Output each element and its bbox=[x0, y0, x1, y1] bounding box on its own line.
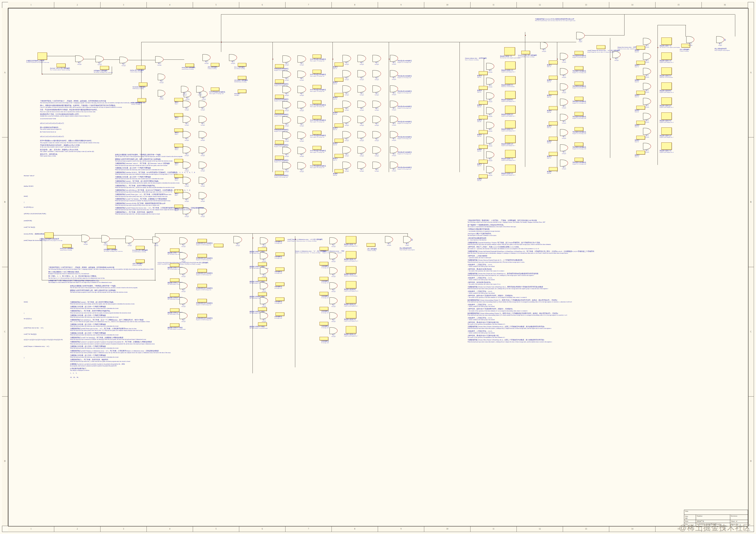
component-box[interactable] bbox=[198, 314, 207, 318]
component-box[interactable] bbox=[346, 281, 356, 288]
and-gate[interactable]: 与门And gate bbox=[486, 151, 494, 158]
wire[interactable] bbox=[686, 25, 686, 37]
and-gate[interactable]: 与门And gate bbox=[486, 107, 494, 114]
component-box[interactable] bbox=[661, 38, 672, 45]
component-box[interactable] bbox=[366, 243, 375, 247]
and-gate[interactable]: 与门And gate bbox=[390, 86, 398, 92]
and-gate[interactable]: 与门And gate bbox=[486, 92, 494, 99]
component-box[interactable] bbox=[258, 322, 267, 326]
component-box[interactable] bbox=[275, 64, 284, 68]
component-box[interactable] bbox=[549, 91, 557, 95]
and-gate[interactable]: 与门And gate bbox=[120, 57, 128, 63]
and-gate[interactable]: 与门And gate bbox=[643, 113, 651, 120]
wire[interactable] bbox=[163, 60, 184, 60]
and-gate[interactable]: 与门And gate bbox=[298, 132, 306, 139]
or-gate[interactable]: 或门norgate bbox=[576, 32, 585, 39]
wire[interactable] bbox=[83, 59, 95, 59]
component-box[interactable] bbox=[100, 66, 109, 70]
and-gate[interactable]: 与门And gate bbox=[101, 235, 110, 242]
and-gate[interactable]: 与门And gate bbox=[358, 162, 366, 169]
component-box[interactable] bbox=[636, 136, 645, 140]
component-box[interactable] bbox=[346, 296, 356, 303]
component-box[interactable] bbox=[275, 95, 284, 98]
component-box[interactable] bbox=[238, 76, 246, 80]
component-box[interactable] bbox=[139, 83, 147, 86]
wire[interactable] bbox=[333, 42, 333, 172]
component-box[interactable] bbox=[44, 232, 53, 238]
component-box[interactable] bbox=[276, 297, 284, 301]
component-box[interactable] bbox=[575, 66, 583, 70]
component-box[interactable] bbox=[661, 97, 672, 105]
component-box[interactable] bbox=[335, 139, 343, 142]
and-gate[interactable]: 与门And gate bbox=[202, 54, 210, 61]
component-box[interactable] bbox=[275, 156, 284, 160]
component-box[interactable] bbox=[479, 145, 488, 149]
and-gate[interactable]: 与门And gate bbox=[560, 160, 568, 166]
and-gate[interactable]: 与门And gate bbox=[155, 56, 164, 63]
wire[interactable] bbox=[46, 56, 75, 56]
and-gate[interactable]: 与门And gate bbox=[390, 70, 398, 77]
component-box[interactable] bbox=[661, 83, 672, 90]
and-gate[interactable]: 与门And gate bbox=[199, 131, 207, 138]
component-box[interactable] bbox=[238, 63, 246, 66]
and-gate[interactable]: 与门And gate bbox=[75, 56, 84, 62]
component-box[interactable] bbox=[312, 85, 321, 89]
component-box[interactable] bbox=[136, 65, 145, 69]
and-gate[interactable]: 与门And gate bbox=[283, 71, 291, 78]
component-box[interactable] bbox=[258, 247, 267, 251]
component-box[interactable] bbox=[335, 154, 343, 158]
component-box[interactable] bbox=[174, 144, 183, 147]
component-box[interactable] bbox=[479, 115, 488, 119]
component-box[interactable] bbox=[185, 64, 194, 67]
component-box[interactable] bbox=[549, 152, 557, 156]
and-gate[interactable]: 与门And gate bbox=[298, 147, 306, 154]
component-box[interactable] bbox=[258, 277, 267, 281]
and-gate[interactable]: 与门And gate bbox=[330, 312, 338, 319]
and-gate[interactable]: 与门And gate bbox=[283, 147, 291, 154]
and-gate[interactable]: 与门And gate bbox=[342, 131, 351, 138]
and-gate[interactable]: 与门And gate bbox=[390, 101, 398, 108]
and-gate[interactable]: 与门And gate bbox=[342, 101, 351, 108]
wire[interactable] bbox=[221, 14, 735, 14]
and-gate[interactable]: 与门And gate bbox=[372, 162, 381, 169]
wire[interactable] bbox=[658, 25, 686, 25]
wire[interactable] bbox=[584, 35, 624, 36]
component-box[interactable] bbox=[107, 245, 116, 249]
and-gate[interactable]: 与门And gate bbox=[298, 71, 306, 78]
and-gate[interactable]: 与门And gate bbox=[179, 312, 187, 319]
component-box[interactable] bbox=[549, 167, 557, 171]
component-box[interactable] bbox=[312, 131, 321, 135]
wire[interactable] bbox=[735, 14, 735, 37]
and-gate[interactable]: 与门And gate bbox=[158, 74, 165, 80]
component-box[interactable] bbox=[319, 307, 328, 310]
and-gate[interactable]: 与门And gate bbox=[560, 53, 568, 60]
and-gate[interactable]: 与门And gate bbox=[342, 70, 351, 77]
component-box[interactable] bbox=[174, 98, 183, 101]
and-gate[interactable]: 与门And gate bbox=[158, 90, 165, 96]
component-box[interactable] bbox=[636, 91, 645, 94]
wire[interactable] bbox=[221, 14, 221, 52]
component-box[interactable] bbox=[312, 161, 321, 165]
component-box[interactable] bbox=[275, 80, 284, 83]
and-gate[interactable]: 与门And gate bbox=[486, 63, 494, 70]
component-box[interactable] bbox=[575, 51, 583, 55]
and-gate[interactable]: 与门And gate bbox=[283, 86, 291, 93]
and-gate[interactable]: 与门And gate bbox=[358, 70, 366, 77]
and-gate[interactable]: 与门And gate bbox=[372, 70, 381, 77]
and-gate[interactable]: 与门And gate bbox=[330, 238, 338, 244]
and-gate[interactable]: 与门And gate bbox=[342, 55, 351, 62]
wire[interactable] bbox=[109, 239, 125, 239]
and-gate[interactable]: 与门And gate bbox=[358, 131, 366, 138]
component-box[interactable] bbox=[636, 106, 645, 110]
and-gate[interactable]: 与门And gate bbox=[298, 86, 306, 93]
component-box[interactable] bbox=[479, 174, 488, 178]
component-box[interactable] bbox=[258, 262, 267, 266]
component-box[interactable] bbox=[276, 282, 284, 286]
and-gate[interactable]: 与门And gate bbox=[372, 131, 381, 138]
component-box[interactable] bbox=[275, 110, 284, 114]
and-gate[interactable]: 与门And gate bbox=[643, 98, 651, 105]
and-gate[interactable]: 与门And gate bbox=[183, 101, 191, 108]
component-box[interactable] bbox=[335, 123, 343, 127]
component-box[interactable] bbox=[549, 61, 557, 64]
component-box[interactable] bbox=[319, 322, 328, 325]
